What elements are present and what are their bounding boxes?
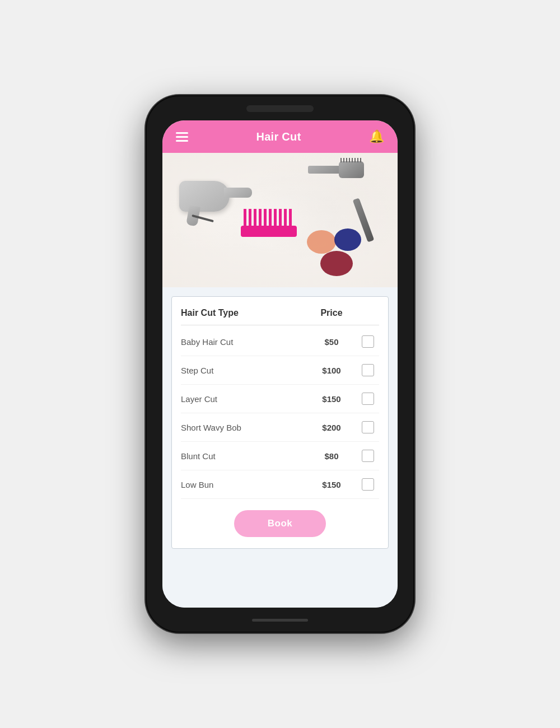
haircut-price: $80 xyxy=(306,451,357,461)
navy-scrunchie xyxy=(334,228,361,251)
round-brush-illustration xyxy=(308,161,364,184)
table-row: Step Cut $100 xyxy=(181,356,379,385)
row-checkbox-cell xyxy=(357,393,379,405)
haircut-price: $50 xyxy=(306,337,357,347)
pink-scrunchie xyxy=(307,230,336,254)
haircut-price: $150 xyxy=(306,480,357,489)
book-button-wrapper: Book xyxy=(181,499,379,539)
haircut-price: $100 xyxy=(306,366,357,375)
haircut-name: Short Wavy Bob xyxy=(181,423,306,432)
select-checkbox[interactable] xyxy=(362,421,374,433)
row-checkbox-cell xyxy=(357,335,379,348)
bell-icon[interactable]: 🔔 xyxy=(369,129,384,144)
phone-wrapper: Hair Cut 🔔 xyxy=(146,95,414,633)
haircut-name: Step Cut xyxy=(181,366,306,375)
table-row: Blunt Cut $80 xyxy=(181,442,379,470)
col-type-header: Hair Cut Type xyxy=(181,308,306,318)
pink-comb-illustration xyxy=(241,209,297,237)
content-area: Hair Cut Type Price Baby Hair Cut $50 St… xyxy=(162,287,398,608)
haircut-name: Layer Cut xyxy=(181,394,306,404)
select-checkbox[interactable] xyxy=(362,393,374,405)
table-row: Short Wavy Bob $200 xyxy=(181,413,379,442)
menu-icon[interactable] xyxy=(176,132,188,142)
select-checkbox[interactable] xyxy=(362,478,374,491)
red-scrunchie xyxy=(320,251,353,276)
haircut-name: Blunt Cut xyxy=(181,451,306,461)
row-checkbox-cell xyxy=(357,478,379,491)
app-header: Hair Cut 🔔 xyxy=(162,120,398,153)
phone-screen: Hair Cut 🔔 xyxy=(162,120,398,608)
haircut-price: $200 xyxy=(306,423,357,432)
col-price-header: Price xyxy=(306,308,357,318)
row-checkbox-cell xyxy=(357,450,379,462)
haircut-price: $150 xyxy=(306,394,357,404)
phone-frame: Hair Cut 🔔 xyxy=(146,95,414,633)
haircut-table-card: Hair Cut Type Price Baby Hair Cut $50 St… xyxy=(171,296,389,549)
table-row: Layer Cut $150 xyxy=(181,385,379,413)
row-checkbox-cell xyxy=(357,364,379,376)
table-row: Baby Hair Cut $50 xyxy=(181,328,379,356)
row-checkbox-cell xyxy=(357,421,379,433)
book-button[interactable]: Book xyxy=(234,510,326,537)
haircut-name: Low Bun xyxy=(181,480,306,489)
select-checkbox[interactable] xyxy=(362,450,374,462)
table-row: Low Bun $150 xyxy=(181,470,379,499)
haircut-name: Baby Hair Cut xyxy=(181,337,306,347)
select-checkbox[interactable] xyxy=(362,364,374,376)
select-checkbox[interactable] xyxy=(362,335,374,348)
page-title: Hair Cut xyxy=(256,130,301,143)
hero-image xyxy=(162,153,398,287)
table-header: Hair Cut Type Price xyxy=(181,308,379,325)
